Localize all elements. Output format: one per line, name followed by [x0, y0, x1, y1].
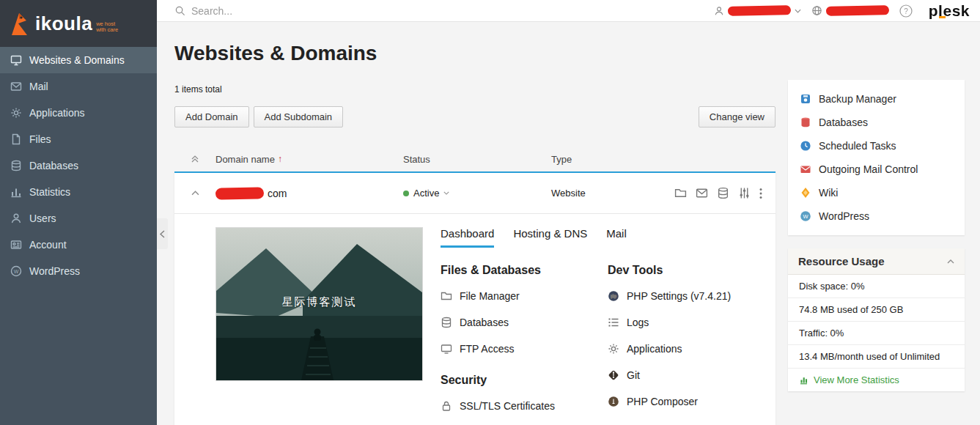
sidebar-item-wordpress[interactable]: W WordPress [0, 258, 157, 284]
wordpress-icon: W [10, 265, 22, 277]
clock-icon [800, 140, 811, 152]
link-backup-manager[interactable]: Backup Manager [788, 87, 965, 111]
type-header: Type [551, 154, 646, 165]
disk-space-row: Disk space: 0% [788, 275, 965, 298]
chevron-left-icon [160, 230, 165, 238]
ikoula-logo[interactable]: ikoula we hostwith care [0, 0, 157, 47]
hostname-menu[interactable] [811, 5, 889, 16]
site-preview-thumbnail[interactable]: 星际博客测试 [215, 227, 423, 381]
status-active-dot [403, 191, 409, 196]
sidebar-item-mail[interactable]: Mail [0, 73, 157, 100]
link-applications[interactable]: Applications [608, 336, 758, 362]
git-icon [608, 369, 619, 381]
dev-tools-title: Dev Tools [608, 264, 758, 277]
help-icon[interactable]: ? [899, 4, 913, 18]
double-chevron-up-icon [191, 155, 199, 163]
domain-name-cell[interactable]: com [215, 188, 403, 199]
domain-tabs: Dashboard Hosting & DNS Mail [441, 227, 758, 248]
statistics-icon [799, 375, 808, 385]
disk-usage-row: 74.8 MB used of 250 GB [788, 298, 965, 322]
traffic-usage-row: 13.4 MB/month used of Unlimited [788, 345, 965, 369]
svg-text:W: W [803, 213, 808, 220]
site-preview-title: 星际博客测试 [216, 295, 422, 309]
sliders-icon[interactable] [738, 187, 751, 199]
resource-usage-title: Resource Usage [798, 255, 885, 267]
sidebar-item-users[interactable]: Users [0, 205, 157, 232]
link-file-manager[interactable]: File Manager [441, 283, 608, 309]
sidebar-item-databases[interactable]: Databases [0, 152, 157, 179]
database-icon [441, 317, 452, 328]
chevron-up-icon [947, 259, 954, 264]
database-icon [10, 160, 22, 171]
traffic-row: Traffic: 0% [788, 322, 965, 345]
kebab-menu-icon[interactable] [759, 188, 762, 199]
section-col-left: Files & Databases File Manager Databases [441, 252, 608, 419]
view-more-statistics-link[interactable]: View More Statistics [788, 369, 965, 391]
link-git[interactable]: Git [608, 362, 758, 388]
link-php-settings[interactable]: php PHP Settings (v7.4.21) [608, 283, 758, 309]
composer-icon [608, 396, 619, 407]
gear-icon [608, 343, 619, 355]
chevron-up-icon [191, 191, 199, 196]
domain-name-header[interactable]: Domain name ↑ [215, 154, 403, 165]
collapse-all-control[interactable] [174, 155, 215, 163]
user-icon [714, 6, 724, 16]
right-column: Backup Manager Databases Scheduled Tasks… [788, 80, 965, 391]
tab-hosting-dns[interactable]: Hosting & DNS [513, 227, 587, 248]
chevron-down-icon[interactable] [443, 191, 449, 195]
link-databases-tool[interactable]: Databases [788, 111, 965, 134]
tab-dashboard[interactable]: Dashboard [441, 227, 494, 248]
database-icon[interactable] [717, 187, 729, 199]
plesk-logo: plesk [929, 2, 970, 20]
link-php-composer[interactable]: PHP Composer [608, 388, 758, 415]
svg-text:?: ? [904, 7, 908, 15]
file-icon [10, 133, 22, 145]
page-title: Websites & Domains [174, 42, 980, 65]
databases-icon [800, 117, 811, 128]
row-collapse-toggle[interactable] [174, 191, 215, 196]
add-subdomain-button[interactable]: Add Subdomain [254, 106, 344, 128]
domain-row: com Active Website [174, 173, 775, 213]
link-ftp-access[interactable]: FTP Access [441, 336, 608, 362]
sidebar-item-files[interactable]: Files [0, 126, 157, 152]
status-cell: Active [403, 188, 551, 199]
lock-icon [441, 400, 452, 412]
search-icon [174, 5, 185, 16]
user-menu[interactable] [714, 6, 801, 16]
topbar-right: ? plesk [714, 2, 970, 20]
sidebar-item-statistics[interactable]: Statistics [0, 179, 157, 205]
wiki-icon [800, 187, 811, 199]
mail-icon[interactable] [696, 187, 708, 199]
search-input[interactable] [191, 5, 411, 17]
svg-text:php: php [611, 295, 616, 298]
link-ssl-tls-certificates[interactable]: SSL/TLS Certificates [441, 393, 608, 419]
items-total: 1 items total [174, 84, 775, 95]
main-column: 1 items total Add Domain Add Subdomain C… [174, 80, 775, 425]
topbar: ? plesk [157, 0, 980, 22]
redacted-hostname [826, 5, 889, 15]
sidebar-item-websites-domains[interactable]: Websites & Domains [0, 47, 157, 73]
security-title: Security [441, 374, 608, 387]
sidebar-item-applications[interactable]: Applications [0, 100, 157, 126]
gear-icon [10, 107, 22, 119]
change-view-button[interactable]: Change view [699, 106, 775, 128]
add-domain-button[interactable]: Add Domain [174, 106, 249, 128]
dashboard-body: Dashboard Hosting & DNS Mail Files & Dat… [441, 227, 758, 419]
domain-dashboard-panel: 星际博客测试 Dashboard Hosting & DNS Mail File… [174, 213, 775, 425]
sidebar-item-account[interactable]: Account [0, 232, 157, 258]
sidebar-collapse-handle[interactable] [157, 218, 168, 249]
folder-icon[interactable] [674, 187, 687, 199]
tab-mail[interactable]: Mail [606, 227, 627, 248]
row-quick-actions [674, 187, 775, 199]
toolbar: Add Domain Add Subdomain Change view [174, 106, 775, 128]
svg-text:W: W [14, 269, 19, 274]
link-databases[interactable]: Databases [441, 309, 608, 336]
table-header: Domain name ↑ Status Type [174, 148, 775, 170]
link-logs[interactable]: Logs [608, 309, 758, 336]
link-wiki[interactable]: Wiki [788, 181, 965, 204]
link-wordpress-tool[interactable]: W WordPress [788, 204, 965, 228]
resource-usage-header[interactable]: Resource Usage [788, 248, 965, 275]
sort-asc-icon: ↑ [278, 154, 282, 164]
link-scheduled-tasks[interactable]: Scheduled Tasks [788, 134, 965, 158]
link-outgoing-mail-control[interactable]: Outgoing Mail Control [788, 158, 965, 181]
